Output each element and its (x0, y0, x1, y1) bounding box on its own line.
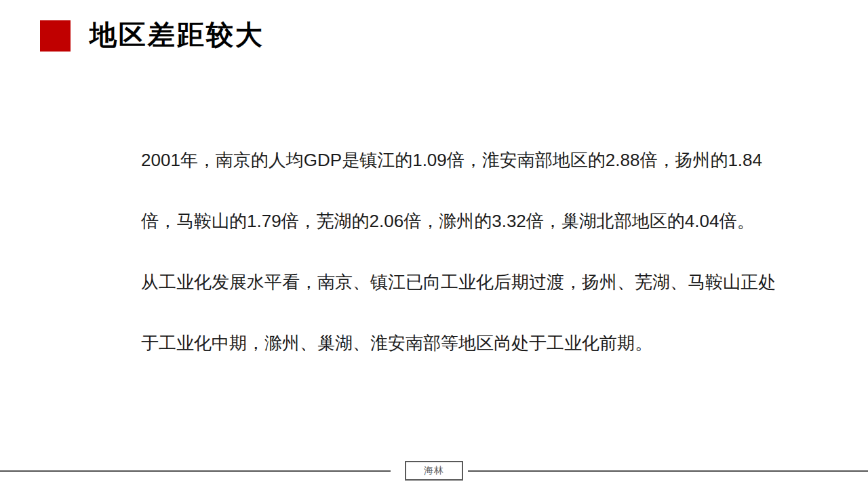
page-title: 地区差距较大 (90, 18, 264, 52)
presentation-slide: 地区差距较大 2001年，南京的人均GDP是镇江的1.09倍，淮安南部地区的2.… (0, 0, 868, 488)
body-line-1: 2001年，南京的人均GDP是镇江的1.09倍，淮安南部地区的2.88倍，扬州的… (141, 129, 758, 190)
body-text-block: 2001年，南京的人均GDP是镇江的1.09倍，淮安南部地区的2.88倍，扬州的… (141, 129, 758, 373)
body-line-4: 于工业化中期，滁州、巢湖、淮安南部等地区尚处于工业化前期。 (141, 312, 758, 373)
footer-divider-left (0, 470, 391, 472)
body-line-3: 从工业化发展水平看，南京、镇江已向工业化后期过渡，扬州、芜湖、马鞍山正处 (141, 251, 758, 312)
footer-divider-right (468, 470, 868, 472)
title-accent-square (40, 20, 71, 52)
footer-author-label: 海林 (424, 465, 444, 477)
footer-author-box: 海林 (405, 461, 463, 481)
body-line-2: 倍，马鞍山的1.79倍，芜湖的2.06倍，滁州的3.32倍，巢湖北部地区的4.0… (141, 190, 758, 251)
